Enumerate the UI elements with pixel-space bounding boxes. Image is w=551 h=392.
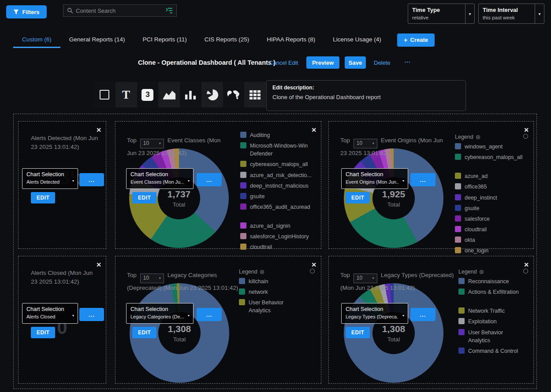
pie-chart-icon[interactable]	[201, 82, 223, 107]
widget-alerts-detected[interactable]: ✕ Alerts Detected (Mon Jun 23 2025 13:01…	[18, 121, 106, 249]
legend-item[interactable]: Network Traffic	[458, 307, 524, 315]
chart-selection-dropdown[interactable]: Chart Selection Alerts Detected ▾	[22, 168, 78, 189]
close-icon[interactable]: ✕	[311, 127, 316, 133]
legend-label: Network Traffic	[468, 307, 505, 315]
legend-item[interactable]: azure_ad_risk_detectio...	[240, 171, 321, 179]
edit-description-text[interactable]: Clone of the Operational Dashboard repor…	[272, 94, 460, 100]
bar-chart-icon[interactable]	[180, 82, 201, 107]
legend-item[interactable]: Command & Control	[458, 347, 524, 355]
create-button[interactable]: + Create	[397, 33, 435, 47]
chart-selection-dropdown[interactable]: Chart Selection Event Origins (Mon Jun..…	[341, 168, 408, 189]
top-n-select[interactable]: 10▾	[354, 274, 377, 283]
legend-item[interactable]: gsuite	[455, 204, 522, 212]
chart-selection-dropdown[interactable]: Chart Selection Event Classes (Mon Ju...…	[126, 168, 194, 189]
chart-selection-dropdown[interactable]: Chart Selection Legacy Types (Depreca...…	[341, 303, 408, 324]
widget-edit-button[interactable]: EDIT	[132, 192, 156, 203]
filters-button-label: Filters	[22, 9, 39, 15]
legend-toggle-circle-icon[interactable]	[310, 269, 315, 274]
legend-item[interactable]: one_login	[455, 247, 522, 255]
legend-item[interactable]: windows_agent	[455, 143, 522, 151]
line-chart-icon[interactable]	[158, 82, 180, 107]
widget-edit-button[interactable]: EDIT	[346, 192, 370, 203]
edit-description-box[interactable]: Edit description: Clone of the Operation…	[266, 80, 466, 111]
filters-button[interactable]: Filters	[6, 5, 47, 18]
legend-item[interactable]: office365	[455, 183, 522, 191]
close-icon[interactable]: ✕	[96, 262, 101, 268]
legend-item[interactable]: Actions & Exfiltration	[458, 288, 524, 296]
top-n-select[interactable]: 10▾	[140, 139, 164, 148]
widget-legacy-categories[interactable]: ✕ Top10▾Legacy Categories (Deprecated) (…	[115, 256, 321, 384]
tab-custom-6[interactable]: Custom (6)	[13, 32, 60, 48]
legend-target-icon[interactable]	[260, 270, 264, 274]
widget-edit-button[interactable]: EDIT	[346, 327, 370, 338]
widget-more-button[interactable]: ...	[197, 173, 222, 186]
time-interval-select[interactable]: Time Interval this past week ▾	[478, 4, 544, 24]
legend-item[interactable]: network	[239, 288, 304, 296]
save-button[interactable]: Save	[345, 56, 366, 69]
legend-item[interactable]: cloudtrail	[240, 243, 321, 251]
widget-legacy-types[interactable]: ✕ Top10▾Legacy Types (Deprecated) (Mon J…	[328, 256, 534, 384]
legend-item[interactable]: deep_instinct	[455, 194, 522, 202]
widget-event-origins[interactable]: ✕ Top10▾Event Origins (Mon Jun 23 2025 1…	[328, 121, 534, 249]
legend-toggle-circle-icon[interactable]	[523, 269, 528, 274]
widget-more-button[interactable]: ...	[410, 173, 436, 186]
legend-target-icon[interactable]	[476, 135, 480, 139]
tab-hipaa-reports-8[interactable]: HIPAA Reports (8)	[258, 32, 324, 48]
widget-edit-button[interactable]: EDIT	[31, 327, 55, 338]
container-icon[interactable]	[94, 82, 115, 107]
legend-item[interactable]: gsuite	[240, 192, 321, 200]
legend-item[interactable]: salesforce	[455, 215, 522, 223]
close-icon[interactable]: ✕	[524, 262, 529, 268]
legend-item[interactable]: User Behavior Analytics	[239, 299, 304, 314]
widget-more-button[interactable]: ...	[410, 308, 436, 321]
legend-item[interactable]: Reconnaissance	[458, 277, 524, 285]
widget-edit-button[interactable]: EDIT	[132, 327, 156, 338]
more-options-link[interactable]: ...	[405, 57, 411, 64]
map-glyph	[226, 90, 241, 100]
tab-pci-reports-11[interactable]: PCI Reports (11)	[134, 32, 196, 48]
tab-license-usage-4[interactable]: License Usage (4)	[324, 32, 390, 48]
widget-more-button[interactable]: ...	[197, 308, 222, 321]
tab-cis-reports-25[interactable]: CIS Reports (25)	[196, 32, 258, 48]
legend-item[interactable]: Microsoft-Windows-Win Defender	[240, 142, 321, 158]
content-search-box[interactable]	[63, 4, 177, 17]
legend-item[interactable]: Auditing	[240, 131, 321, 139]
legend-item[interactable]: Exploitation	[458, 318, 524, 325]
chart-selection-dropdown[interactable]: Chart Selection Legacy Categories (De...…	[126, 303, 194, 324]
legend-toggle-circle-icon[interactable]	[523, 134, 528, 139]
cancel-edit-link[interactable]: Cancel Edit	[269, 59, 298, 66]
chart-selection-dropdown[interactable]: Chart Selection Alerts Closed ▾	[22, 303, 78, 324]
legend-item[interactable]: User Behavior Analytics	[458, 329, 524, 344]
close-icon[interactable]: ✕	[311, 262, 316, 268]
legend-item[interactable]: deep_instinct_malicious	[240, 182, 321, 190]
widget-edit-button[interactable]: EDIT	[31, 192, 55, 203]
close-icon[interactable]: ✕	[96, 127, 101, 133]
legend-item[interactable]: office365_audit_azuread	[240, 203, 321, 211]
legend-item[interactable]: okta	[455, 236, 522, 244]
close-icon[interactable]: ✕	[524, 127, 529, 133]
search-input[interactable]	[76, 7, 163, 14]
widget-more-button[interactable]: ...	[79, 308, 104, 321]
legend-item[interactable]: azure_ad_signin	[240, 222, 321, 230]
world-map-icon[interactable]	[223, 82, 245, 107]
top-n-select[interactable]: 10▾	[354, 139, 377, 148]
legend-item[interactable]: cybereason_malops_all	[240, 160, 321, 168]
table-icon[interactable]	[244, 82, 266, 107]
legend-target-icon[interactable]	[480, 270, 484, 274]
top-n-select[interactable]: 10▾	[140, 274, 164, 283]
widget-event-classes[interactable]: ✕ Top10▾Event Classes (Mon Jun 23 2025 1…	[115, 121, 321, 249]
widget-alerts-closed[interactable]: ✕ Alerts Closed (Mon Jun 23 2025 13:01:4…	[18, 256, 106, 384]
number-3-icon[interactable]: 3	[137, 82, 159, 107]
legend-item[interactable]: azure_ad	[455, 172, 522, 180]
legend-item[interactable]: cybereason_malops_all	[455, 153, 522, 161]
preview-button[interactable]: Preview	[306, 56, 339, 69]
delete-link[interactable]: Delete	[374, 59, 391, 66]
widget-more-button[interactable]: ...	[79, 173, 104, 186]
legend-item[interactable]: cloudtrail	[455, 226, 522, 233]
time-type-select[interactable]: Time Type relative ▾	[408, 4, 475, 24]
legend-item[interactable]: salesforce_LoginHistory	[240, 233, 321, 240]
text-icon[interactable]: T	[115, 82, 137, 107]
legend-item[interactable]: killchain	[239, 277, 304, 285]
tab-general-reports-14[interactable]: General Reports (14)	[60, 32, 134, 48]
advanced-search-icon[interactable]	[165, 7, 173, 14]
